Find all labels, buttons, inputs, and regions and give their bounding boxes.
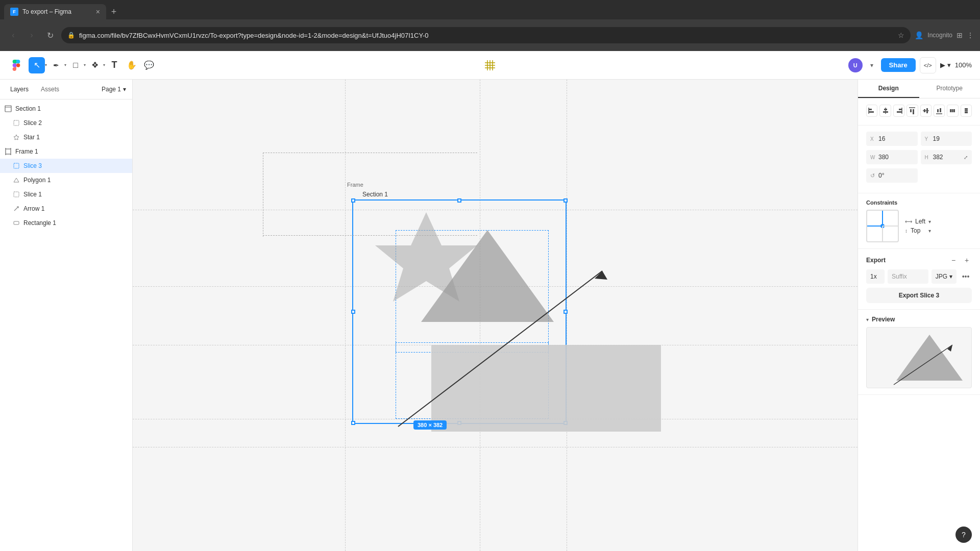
- toolbar-right: U ▾ Share </> ▶ ▾ 100%: [510, 57, 972, 73]
- align-top-btn[interactable]: [906, 105, 918, 117]
- rect-tool-btn[interactable]: □: [67, 57, 84, 73]
- code-view-btn[interactable]: </>: [920, 57, 936, 73]
- pen-tool-btn[interactable]: ✒: [48, 57, 64, 73]
- reload-icon: ↻: [47, 31, 54, 40]
- preview-header[interactable]: ▾ Preview: [866, 316, 972, 323]
- distribute-v-btn[interactable]: [961, 105, 972, 117]
- browser-back-btn[interactable]: ‹: [6, 28, 20, 42]
- arrow-icon: [12, 205, 20, 213]
- profile-icon[interactable]: 👤: [915, 31, 923, 39]
- y-field[interactable]: Y 19: [921, 132, 972, 146]
- align-center-h-btn[interactable]: [879, 105, 891, 117]
- layer-item-frame1[interactable]: Frame 1: [0, 144, 132, 159]
- h-label: H: [925, 155, 931, 160]
- y-value: 19: [933, 135, 968, 142]
- constraint-v-field[interactable]: ↕ Top ▾: [905, 227, 931, 234]
- preview-svg: [873, 330, 965, 386]
- w-value: 380: [878, 154, 914, 161]
- help-button[interactable]: ?: [955, 527, 972, 543]
- browser-tab[interactable]: F To export – Figma ×: [4, 4, 106, 19]
- layers-tab[interactable]: Layers: [6, 84, 33, 95]
- prototype-tab[interactable]: Prototype: [919, 80, 981, 98]
- layer-item-slice1[interactable]: Slice 1: [0, 187, 132, 202]
- export-settings-row: 1x Suffix JPG ▾ •••: [866, 269, 972, 284]
- play-button[interactable]: ▶ ▾: [940, 61, 951, 69]
- transform-section: X 16 Y 19 W 380 H 382: [858, 126, 980, 193]
- canvas-area[interactable]: Frame Section 1: [133, 80, 857, 551]
- design-tab[interactable]: Design: [858, 80, 919, 98]
- align-right-btn[interactable]: [893, 105, 904, 117]
- layer-name-section1: Section 1: [15, 105, 41, 112]
- share-button[interactable]: Share: [881, 58, 916, 72]
- layer-name-slice3: Slice 3: [23, 162, 42, 169]
- new-tab-button[interactable]: +: [106, 4, 121, 19]
- layer-name-slice1: Slice 1: [23, 191, 42, 198]
- constraints-title: Constraints: [866, 199, 972, 206]
- svg-marker-42: [896, 335, 963, 381]
- export-scale-value: 1x: [870, 273, 877, 280]
- h-value: 382: [933, 154, 962, 161]
- x-field[interactable]: X 16: [866, 132, 918, 146]
- h-field[interactable]: H 382 ⤢: [921, 150, 972, 164]
- cursor-tool[interactable]: ↖ ▾: [29, 57, 47, 73]
- w-field[interactable]: W 380: [866, 150, 918, 164]
- svg-rect-2: [14, 120, 19, 126]
- layer-item-slice2[interactable]: Slice 2: [0, 116, 132, 130]
- export-suffix-field[interactable]: Suffix: [888, 269, 928, 284]
- layer-item-rect1[interactable]: Rectangle 1: [0, 216, 132, 230]
- layer-item-section1[interactable]: Section 1: [0, 102, 132, 116]
- export-scale-field[interactable]: 1x: [866, 269, 885, 284]
- rotation-field[interactable]: ↺ 0°: [866, 168, 918, 183]
- component-tool-btn[interactable]: ❖: [87, 57, 103, 73]
- comment-tool-btn[interactable]: 💬: [141, 57, 157, 73]
- zoom-level: 100%: [955, 61, 972, 69]
- browser-reload-btn[interactable]: ↻: [43, 28, 57, 42]
- svg-rect-39: [965, 108, 968, 110]
- export-format-value: JPG: [936, 273, 947, 280]
- text-tool-btn[interactable]: T: [106, 57, 122, 73]
- figma-logo[interactable]: [8, 57, 24, 73]
- back-icon: ‹: [12, 31, 14, 40]
- browser-tab-close-btn[interactable]: ×: [96, 8, 100, 16]
- page-dropdown[interactable]: Page 1 ▾: [102, 84, 126, 95]
- export-slice-btn[interactable]: Export Slice 3: [866, 288, 972, 303]
- svg-rect-24: [899, 109, 902, 110]
- component-tool[interactable]: ❖ ▾: [87, 57, 105, 73]
- layer-item-arrow1[interactable]: Arrow 1: [0, 202, 132, 216]
- align-middle-btn[interactable]: [920, 105, 932, 117]
- browser-forward-btn[interactable]: ›: [24, 28, 39, 42]
- align-left-btn[interactable]: [866, 105, 877, 117]
- export-more-btn[interactable]: •••: [960, 269, 972, 284]
- select-tool-btn[interactable]: ↖: [29, 57, 45, 73]
- address-bar[interactable]: 🔒 figma.com/file/bv7ZfBCwxHvmVCxmU1rvzc/…: [61, 27, 911, 43]
- grid-snap-btn[interactable]: [478, 53, 502, 78]
- component-icon: ❖: [91, 60, 99, 70]
- export-format-field[interactable]: JPG ▾: [932, 269, 957, 284]
- page-label: Page 1: [102, 86, 121, 93]
- handle-tl: [351, 198, 355, 203]
- pen-tool[interactable]: ✒ ▾: [48, 57, 66, 73]
- layer-item-polygon1[interactable]: Polygon 1: [0, 173, 132, 187]
- align-bottom-btn[interactable]: [934, 105, 945, 117]
- constraint-h-icon: ⟷: [905, 219, 912, 224]
- extensions-icon[interactable]: ⊞: [957, 31, 963, 39]
- assets-tab[interactable]: Assets: [37, 84, 63, 95]
- distribute-btn[interactable]: [947, 105, 958, 117]
- svg-rect-28: [913, 109, 914, 114]
- layer-item-slice3[interactable]: Slice 3: [0, 159, 132, 173]
- layer-item-star1[interactable]: Star 1: [0, 130, 132, 144]
- rot-grid: ↺ 0°: [866, 168, 972, 183]
- export-plus-btn[interactable]: +: [962, 255, 972, 265]
- constraint-h-field[interactable]: ⟷ Left ▾: [905, 218, 931, 225]
- slice-icon-2: [12, 119, 20, 127]
- rotation-value: 0°: [878, 172, 914, 179]
- slice-icon-1: [12, 190, 20, 198]
- toolbar-left: ↖ ▾ ✒ ▾ □ ▾ ❖: [8, 57, 470, 73]
- rect-tool[interactable]: □ ▾: [67, 57, 86, 73]
- export-minus-btn[interactable]: −: [948, 255, 959, 265]
- avatar-dropdown-btn[interactable]: ▾: [867, 60, 877, 70]
- constraint-v-arrow: ▾: [928, 228, 931, 234]
- export-action-btns: − +: [948, 255, 972, 265]
- hand-tool-btn[interactable]: ✋: [124, 57, 140, 73]
- menu-icon[interactable]: ⋮: [967, 31, 974, 39]
